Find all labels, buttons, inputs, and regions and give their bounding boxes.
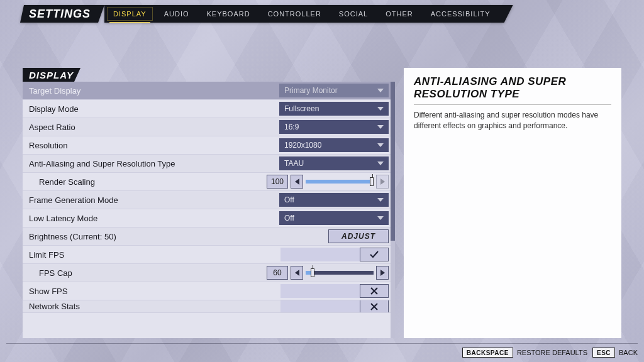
label-resolution: Resolution bbox=[29, 141, 275, 150]
row-target-display[interactable]: Target Display Primary Monitor bbox=[23, 82, 395, 100]
triangle-left-icon bbox=[295, 178, 299, 185]
label-fps-cap: FPS Cap bbox=[29, 268, 263, 278]
row-resolution[interactable]: Resolution 1920x1080 bbox=[23, 136, 395, 155]
row-limit-fps[interactable]: Limit FPS bbox=[23, 246, 395, 264]
panel-header-display: DISPLAY bbox=[23, 68, 80, 82]
dropdown-value: 16:9 bbox=[284, 123, 299, 131]
scrollbar[interactable] bbox=[391, 82, 395, 338]
tab-keyboard[interactable]: KEYBOARD bbox=[198, 5, 259, 23]
row-render-scaling[interactable]: Render Scaling 100 bbox=[23, 173, 395, 191]
tab-other[interactable]: OTHER bbox=[377, 5, 422, 23]
label-aa-type: Anti-Aliasing and Super Resolution Type bbox=[29, 159, 275, 168]
hint-restore-defaults[interactable]: BACKSPACE RESTORE DEFAULTS bbox=[462, 348, 587, 358]
x-icon bbox=[369, 286, 379, 296]
tab-accessibility[interactable]: ACCESSIBILITY bbox=[422, 5, 499, 23]
decrease-button[interactable] bbox=[291, 266, 303, 280]
row-fps-cap[interactable]: FPS Cap 60 bbox=[23, 264, 395, 282]
label-frame-gen: Frame Generation Mode bbox=[29, 195, 275, 205]
chevron-down-icon bbox=[377, 198, 384, 202]
label-render-scaling: Render Scaling bbox=[29, 177, 263, 187]
label-show-fps: Show FPS bbox=[29, 287, 277, 296]
label-limit-fps: Limit FPS bbox=[29, 250, 277, 260]
row-frame-gen[interactable]: Frame Generation Mode Off bbox=[23, 191, 395, 209]
key-esc: ESC bbox=[592, 348, 615, 358]
settings-list-panel: DISPLAY Target Display Primary Monitor D… bbox=[23, 68, 395, 338]
x-icon bbox=[369, 302, 379, 312]
dropdown-aspect-ratio[interactable]: 16:9 bbox=[279, 120, 389, 134]
chevron-down-icon bbox=[377, 143, 384, 147]
slider-track[interactable] bbox=[306, 175, 374, 189]
tab-display[interactable]: DISPLAY bbox=[104, 5, 155, 23]
chevron-down-icon bbox=[377, 125, 384, 129]
dropdown-target-display[interactable]: Primary Monitor bbox=[279, 84, 389, 97]
checkbox-limit-fps[interactable] bbox=[360, 248, 389, 261]
value-fps-cap: 60 bbox=[267, 266, 288, 280]
dropdown-value: Off bbox=[284, 214, 294, 222]
tab-social[interactable]: SOCIAL bbox=[330, 5, 377, 23]
chevron-down-icon bbox=[377, 107, 384, 111]
bottom-bar: BACKSPACE RESTORE DEFAULTS ESC BACK bbox=[6, 343, 638, 358]
top-bar: SETTINGS DISPLAY AUDIO KEYBOARD CONTROLL… bbox=[20, 5, 513, 23]
adjust-button[interactable]: ADJUST bbox=[328, 229, 389, 243]
label-aspect-ratio: Aspect Ratio bbox=[29, 123, 275, 132]
dropdown-value: Primary Monitor bbox=[284, 86, 338, 95]
checkbox-show-fps[interactable] bbox=[360, 284, 389, 298]
dropdown-display-mode[interactable]: Fullscreen bbox=[279, 102, 389, 116]
label-target-display: Target Display bbox=[29, 86, 275, 96]
info-panel: ANTI-ALIASING AND SUPER RESOLUTION TYPE … bbox=[404, 68, 621, 338]
row-network-stats[interactable]: Network Stats bbox=[23, 300, 395, 313]
dropdown-resolution[interactable]: 1920x1080 bbox=[279, 138, 389, 152]
decrease-button[interactable] bbox=[291, 175, 303, 189]
slider-track[interactable] bbox=[306, 266, 374, 280]
dropdown-value: TAAU bbox=[284, 159, 304, 168]
settings-tabs: DISPLAY AUDIO KEYBOARD CONTROLLER SOCIAL… bbox=[104, 5, 513, 23]
settings-title: SETTINGS bbox=[20, 5, 104, 23]
chevron-down-icon bbox=[377, 162, 384, 165]
main-area: DISPLAY Target Display Primary Monitor D… bbox=[23, 68, 621, 338]
row-aspect-ratio[interactable]: Aspect Ratio 16:9 bbox=[23, 118, 395, 136]
hint-label: BACK bbox=[619, 349, 638, 356]
info-description: Different anti-aliasing and super resolu… bbox=[414, 110, 611, 131]
settings-rows: Target Display Primary Monitor Display M… bbox=[23, 82, 395, 338]
label-brightness: Brightness (Current: 50) bbox=[29, 232, 325, 241]
dropdown-frame-gen[interactable]: Off bbox=[279, 193, 389, 207]
dropdown-value: Fullscreen bbox=[284, 104, 319, 113]
label-display-mode: Display Mode bbox=[29, 104, 275, 114]
check-icon bbox=[369, 250, 379, 260]
dropdown-value: Off bbox=[284, 195, 294, 204]
dropdown-value: 1920x1080 bbox=[284, 141, 321, 150]
scrollbar-thumb[interactable] bbox=[391, 82, 395, 241]
row-show-fps[interactable]: Show FPS bbox=[23, 282, 395, 300]
increase-button[interactable] bbox=[376, 175, 389, 189]
value-render-scaling: 100 bbox=[267, 175, 288, 189]
triangle-right-icon bbox=[380, 178, 385, 185]
info-title: ANTI-ALIASING AND SUPER RESOLUTION TYPE bbox=[414, 75, 611, 105]
hint-label: RESTORE DEFAULTS bbox=[517, 349, 587, 356]
dropdown-low-latency[interactable]: Off bbox=[279, 211, 389, 225]
slider-fps-cap: 60 bbox=[267, 266, 389, 280]
triangle-left-icon bbox=[295, 270, 299, 276]
label-network-stats: Network Stats bbox=[29, 302, 277, 311]
row-display-mode[interactable]: Display Mode Fullscreen bbox=[23, 100, 395, 118]
tab-controller[interactable]: CONTROLLER bbox=[259, 5, 330, 23]
slider-render-scaling: 100 bbox=[267, 175, 389, 189]
row-aa-type[interactable]: Anti-Aliasing and Super Resolution Type … bbox=[23, 155, 395, 173]
label-low-latency: Low Latency Mode bbox=[29, 214, 275, 223]
increase-button[interactable] bbox=[376, 266, 389, 280]
tab-audio[interactable]: AUDIO bbox=[155, 5, 198, 23]
row-brightness[interactable]: Brightness (Current: 50) ADJUST bbox=[23, 228, 395, 246]
dropdown-aa-type[interactable]: TAAU bbox=[279, 156, 389, 170]
chevron-down-icon bbox=[377, 89, 384, 92]
key-backspace: BACKSPACE bbox=[462, 348, 513, 358]
checkbox-network-stats[interactable] bbox=[360, 300, 389, 313]
row-low-latency[interactable]: Low Latency Mode Off bbox=[23, 209, 395, 228]
triangle-right-icon bbox=[380, 270, 385, 276]
chevron-down-icon bbox=[377, 216, 384, 220]
hint-back[interactable]: ESC BACK bbox=[592, 348, 638, 358]
